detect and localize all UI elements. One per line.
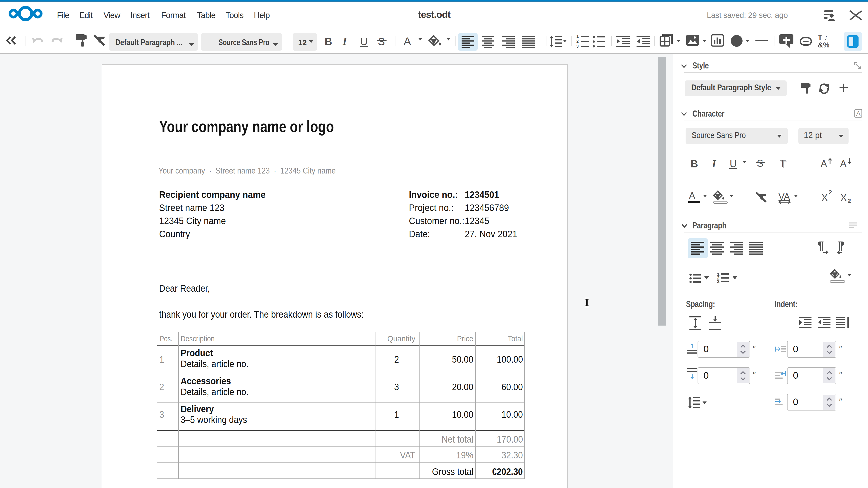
svg-text:A: A — [856, 110, 861, 117]
svg-text:3: 3 — [577, 44, 579, 48]
svg-text:1: 1 — [577, 34, 579, 39]
svg-text:3: 3 — [717, 279, 719, 284]
svg-text:2: 2 — [577, 39, 579, 43]
